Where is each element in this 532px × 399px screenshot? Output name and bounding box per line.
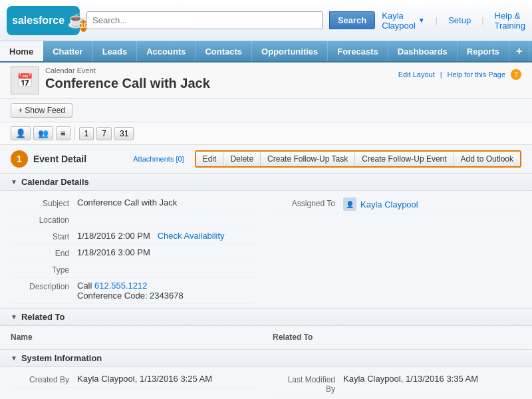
description-row: Description Call 612.555.1212 Conference… — [11, 278, 255, 304]
user-menu[interactable]: Kayla Claypool ▼ — [382, 11, 425, 31]
page-title: Conference Call with Jack — [45, 76, 210, 91]
nav-item-home[interactable]: Home — [0, 41, 43, 61]
view-week-button[interactable]: 7 — [96, 127, 112, 140]
attachments-link[interactable]: Attachments [0] — [133, 155, 184, 163]
nav-item-chatter[interactable]: Chatter — [43, 41, 93, 61]
delete-button[interactable]: Delete — [223, 152, 261, 166]
view-list-icon[interactable]: ≡ — [56, 126, 70, 140]
assigned-value: 👤 Kayla Claypool — [343, 198, 521, 211]
related-field-grid: Name Related To — [0, 326, 532, 349]
system-info-section: ▼ System Information Created By Kayla Cl… — [0, 349, 532, 399]
view-month-button[interactable]: 31 — [114, 127, 134, 140]
related-to-label: ▼ Related To — [0, 309, 532, 326]
page-header: 📅 Calendar Event Conference Call with Ja… — [0, 63, 532, 99]
event-detail-title: Event Detail — [33, 154, 86, 164]
assigned-row: Assigned To 👤 Kayla Claypool — [277, 195, 521, 214]
add-to-outlook-button[interactable]: Add to Outlook — [454, 152, 520, 166]
conference-code: Conference Code: 2343678 — [77, 291, 184, 301]
modified-by-label: Last Modified By — [277, 374, 343, 394]
end-label: End — [11, 247, 77, 258]
created-by-label: Created By — [11, 374, 77, 384]
nav-item-leads[interactable]: Leads — [93, 41, 138, 61]
system-left-col: Created By Kayla Claypool, 1/13/2016 3:2… — [0, 367, 266, 399]
system-info-label: ▼ System Information — [0, 350, 532, 367]
nav-item-forecasts[interactable]: Forecasts — [328, 41, 388, 61]
location-row: Location — [11, 211, 255, 228]
create-followup-task-button[interactable]: Create Follow-Up Task — [261, 152, 355, 166]
name-col-header: Name — [11, 332, 259, 342]
system-field-grid-left: Created By Kayla Claypool, 1/13/2016 3:2… — [0, 367, 266, 392]
created-by-value: Kayla Claypool, 1/13/2016 3:25 AM — [77, 374, 255, 384]
event-detail-header: 1 Event Detail Attachments [0] Edit Dele… — [0, 145, 532, 174]
collapse-icon[interactable]: ▼ — [11, 178, 17, 186]
user-dropdown-icon: ▼ — [418, 17, 425, 24]
view-toggle: 👤 👥 ≡ 1 7 31 — [0, 122, 532, 145]
nav-add-button[interactable]: + — [509, 41, 529, 61]
page-header-left: 📅 Calendar Event Conference Call with Ja… — [11, 66, 210, 94]
location-label: Location — [11, 214, 77, 225]
calendar-field-grid: Subject Conference Call with Jack Locati… — [0, 191, 266, 308]
created-by-row: Created By Kayla Claypool, 1/13/2016 3:2… — [11, 371, 255, 388]
view-separator — [74, 127, 75, 140]
system-info-fields: Created By Kayla Claypool, 1/13/2016 3:2… — [0, 367, 532, 399]
assigned-label: Assigned To — [277, 198, 343, 208]
type-label: Type — [11, 264, 77, 275]
modified-by-value: Kayla Claypool, 1/13/2016 3:35 AM — [343, 374, 521, 384]
modified-by-row: Last Modified By Kayla Claypool, 1/13/20… — [277, 371, 521, 397]
related-collapse-icon[interactable]: ▼ — [11, 313, 17, 321]
help-training-link[interactable]: Help & Training — [495, 11, 525, 31]
nav-item-reports[interactable]: Reports — [458, 41, 509, 61]
system-right-col: Last Modified By Kayla Claypool, 1/13/20… — [266, 367, 532, 399]
app-header: salesforce ☕ 16 Search Kayla Claypool ▼ … — [0, 0, 532, 41]
calendar-details-label: ▼ Calendar Details — [0, 174, 532, 191]
description-value: Call 612.555.1212 Conference Code: 23436… — [77, 281, 255, 301]
page-title-area: Calendar Event Conference Call with Jack — [45, 66, 210, 91]
nav-bar: Home Chatter Leads Accounts Contacts Opp… — [0, 41, 532, 63]
page-header-actions: Edit Layout | Help for this Page ? — [398, 66, 521, 80]
type-row: Type — [11, 261, 255, 278]
logo-text: salesforce — [12, 15, 65, 27]
search-button[interactable]: Search — [329, 11, 375, 29]
create-followup-event-button[interactable]: Create Follow-Up Event — [355, 152, 454, 166]
related-col-header: Related To — [259, 332, 521, 342]
calendar-right-col: Assigned To 👤 Kayla Claypool — [266, 191, 532, 308]
calendar-event-icon: 📅 — [11, 66, 39, 94]
phone-link[interactable]: 612.555.1212 — [94, 281, 148, 291]
subject-label: Subject — [11, 198, 77, 208]
action-buttons-group: Edit Delete Create Follow-Up Task Create… — [195, 150, 521, 168]
calendar-section: ▼ Calendar Details Subject Conference Ca… — [0, 174, 532, 308]
setup-link[interactable]: Setup — [448, 15, 471, 25]
nav-item-opportunities[interactable]: Opportunities — [252, 41, 328, 61]
breadcrumb: Calendar Event — [45, 66, 210, 74]
nav-item-contacts[interactable]: Contacts — [196, 41, 252, 61]
view-day-button[interactable]: 1 — [79, 127, 94, 140]
subject-row: Subject Conference Call with Jack — [11, 195, 255, 211]
step-indicator: 1 — [11, 150, 28, 168]
show-feed-button[interactable]: Show Feed — [11, 103, 72, 118]
edit-button[interactable]: Edit — [196, 152, 224, 166]
nav-item-dashboards[interactable]: Dashboards — [388, 41, 458, 61]
calendar-left-col: Subject Conference Call with Jack Locati… — [0, 191, 266, 308]
assigned-field-grid: Assigned To 👤 Kayla Claypool — [266, 191, 532, 218]
main-content: 1 Event Detail Attachments [0] Edit Dele… — [0, 145, 532, 399]
user-name: Kayla Claypool — [382, 11, 416, 31]
related-headers: Name Related To — [11, 330, 521, 345]
related-to-section: ▼ Related To Name Related To — [0, 308, 532, 349]
system-field-grid-right: Last Modified By Kayla Claypool, 1/13/20… — [266, 367, 532, 399]
assigned-avatar: 👤 — [343, 198, 356, 211]
view-single-icon[interactable]: 👤 — [11, 126, 31, 140]
end-value: 1/18/2016 3:00 PM — [77, 247, 255, 257]
help-page-link[interactable]: Help for this Page — [448, 70, 505, 78]
start-label: Start — [11, 231, 77, 241]
system-collapse-icon[interactable]: ▼ — [11, 354, 17, 362]
description-label: Description — [11, 281, 77, 291]
search-input[interactable] — [86, 11, 323, 29]
check-availability-link[interactable]: Check Availability — [158, 231, 225, 241]
help-icon: ? — [511, 69, 521, 80]
calendar-fields: Subject Conference Call with Jack Locati… — [0, 191, 532, 308]
nav-item-accounts[interactable]: Accounts — [137, 41, 196, 61]
edit-layout-link[interactable]: Edit Layout — [398, 70, 435, 78]
assigned-name-link[interactable]: Kayla Claypool — [360, 200, 418, 209]
logo-badge: 16 — [80, 20, 87, 32]
view-group-icon[interactable]: 👥 — [33, 126, 53, 140]
